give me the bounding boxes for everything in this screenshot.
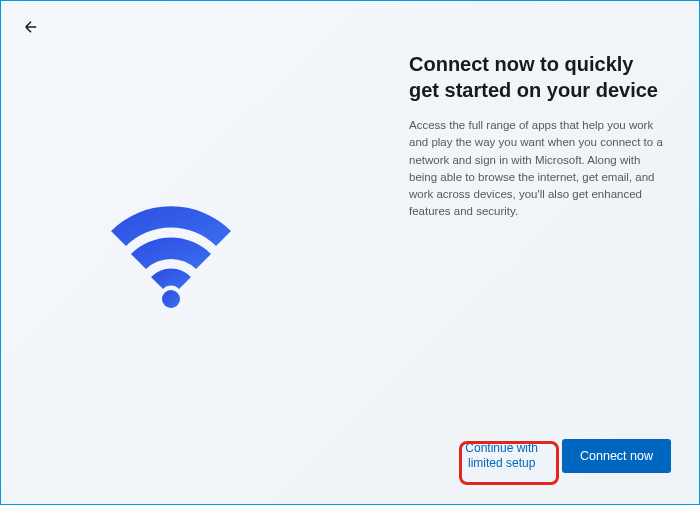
page-title: Connect now to quickly get started on yo… — [409, 51, 667, 103]
connect-now-button[interactable]: Connect now — [562, 439, 671, 473]
svg-point-0 — [162, 290, 180, 308]
page-description: Access the full range of apps that help … — [409, 117, 667, 221]
wifi-icon — [106, 201, 236, 311]
continue-limited-setup-button[interactable]: Continue with limited setup — [455, 435, 548, 478]
content-panel: Connect now to quickly get started on yo… — [409, 51, 667, 221]
button-label-line2: limited setup — [468, 456, 535, 470]
button-label-line1: Continue with — [465, 441, 538, 455]
footer-actions: Continue with limited setup Connect now — [455, 435, 671, 478]
back-button[interactable] — [21, 19, 41, 39]
back-arrow-icon — [22, 18, 40, 40]
